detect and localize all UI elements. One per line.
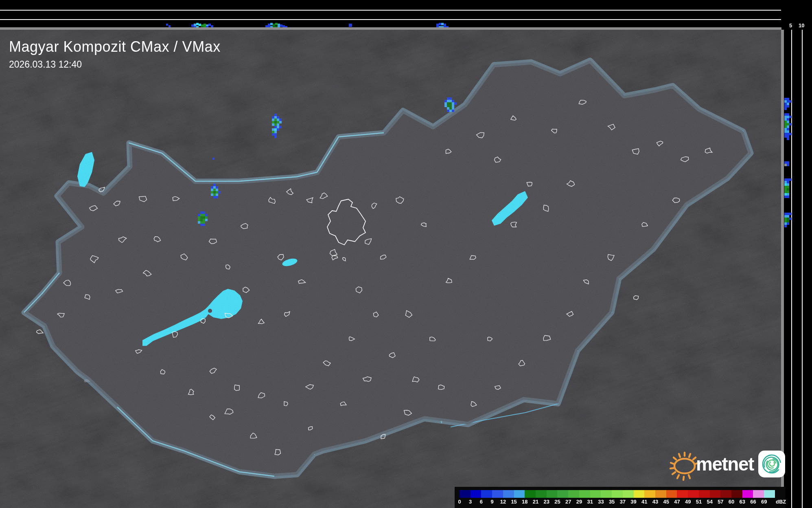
right-echo-cell bbox=[784, 118, 787, 121]
colorbar-swatch bbox=[460, 490, 471, 498]
right-echo-cell bbox=[784, 222, 787, 225]
right-echo-cell bbox=[789, 213, 792, 215]
top-echo-cell bbox=[280, 24, 282, 27]
colorbar-swatch bbox=[514, 490, 525, 498]
top-echo-cell bbox=[196, 23, 199, 25]
right-echo-cell bbox=[789, 178, 792, 181]
colorbar-tick: 25 bbox=[554, 499, 560, 505]
colorbar-swatch bbox=[471, 490, 482, 498]
right-echo-cell bbox=[787, 130, 789, 133]
right-echo-cell bbox=[787, 183, 789, 186]
colorbar-swatch bbox=[742, 490, 753, 498]
right-echo-cell bbox=[787, 100, 789, 103]
right-echo-cell bbox=[789, 116, 792, 118]
right-echo-cell bbox=[787, 181, 789, 183]
right-echo-cell bbox=[784, 105, 787, 108]
colorbar-tick: 23 bbox=[544, 499, 549, 505]
colorbar-swatch bbox=[699, 490, 710, 498]
colorbar-swatch bbox=[677, 490, 688, 498]
right-echo-cell bbox=[787, 133, 789, 135]
right-echo-cell bbox=[784, 225, 787, 227]
right-echo-cell bbox=[787, 103, 789, 105]
right-echo-cell bbox=[787, 125, 789, 128]
right-echo-cell bbox=[784, 108, 787, 110]
right-echo-cell bbox=[784, 215, 787, 218]
right-echo-cell bbox=[787, 213, 789, 215]
top-echo-cell bbox=[436, 24, 439, 26]
right-echo-cell bbox=[787, 98, 789, 100]
colorbar-swatch bbox=[623, 490, 634, 498]
right-echo-cell bbox=[787, 116, 789, 118]
top-echo-cell bbox=[199, 24, 201, 26]
right-echo-cell bbox=[784, 128, 787, 130]
colorbar-swatch bbox=[612, 490, 623, 498]
colorbar-tick: 47 bbox=[674, 499, 680, 505]
colorbar-tick: 45 bbox=[663, 499, 669, 505]
colorbar-tick: 33 bbox=[598, 499, 604, 505]
right-echo-cell bbox=[789, 100, 792, 103]
colorbar-tick: 37 bbox=[620, 499, 626, 505]
colorbar-swatch bbox=[753, 490, 764, 498]
right-echo-cell bbox=[784, 191, 787, 193]
top-echo-cell bbox=[191, 24, 194, 27]
right-echo-cell bbox=[787, 138, 789, 140]
radar-map bbox=[0, 30, 781, 508]
colorbar-swatch bbox=[579, 490, 590, 498]
top-echo-cell bbox=[270, 23, 273, 25]
page-title: Magyar Kompozit CMax / VMax bbox=[9, 38, 221, 55]
right-echo-cell bbox=[787, 121, 789, 123]
right-echo-cell bbox=[784, 196, 787, 198]
top-echo-cell bbox=[439, 23, 441, 25]
colorbar-swatches bbox=[460, 490, 775, 498]
right-echo-cell bbox=[784, 188, 787, 191]
colorbar-tick: 39 bbox=[630, 499, 636, 505]
logo-text: metnet bbox=[696, 453, 754, 475]
right-echo-cell bbox=[787, 161, 789, 164]
right-echo-cell bbox=[787, 164, 789, 166]
right-echo-cell bbox=[787, 186, 789, 188]
right-echo-cell bbox=[784, 181, 787, 183]
right-echo-cell bbox=[784, 130, 787, 133]
colorbar-tick: 35 bbox=[609, 499, 615, 505]
dbz-colorbar: 0369121518212325272931333537394143454749… bbox=[455, 487, 786, 508]
right-echo-cell bbox=[787, 118, 789, 121]
colorbar-tick: 18 bbox=[522, 499, 527, 505]
right-echo-cell bbox=[784, 116, 787, 118]
top-echo-cell bbox=[441, 23, 444, 25]
right-echo-cell bbox=[787, 188, 789, 191]
right-echo-cell bbox=[784, 133, 787, 135]
colorbar-unit: dBZ bbox=[776, 499, 786, 505]
metnet-logo: metnet bbox=[668, 447, 784, 481]
colorbar-swatch bbox=[644, 490, 655, 498]
colorbar-tick: 12 bbox=[500, 499, 506, 505]
colorbar-swatch bbox=[666, 490, 677, 498]
colorbar-swatch bbox=[731, 490, 742, 498]
colorbar-swatch bbox=[590, 490, 601, 498]
top-echo-cell bbox=[444, 24, 446, 26]
right-echo-cell bbox=[784, 218, 787, 220]
right-echo-cell bbox=[784, 125, 787, 128]
colorbar-tick: 15 bbox=[511, 499, 517, 505]
right-echo-cell bbox=[787, 193, 789, 196]
right-echo-cell bbox=[784, 193, 787, 196]
right-echo-cell bbox=[784, 121, 787, 123]
right-echo-cell bbox=[787, 191, 789, 193]
title-block: Magyar Kompozit CMax / VMax 2026.03.13 1… bbox=[9, 38, 221, 70]
colorbar-swatch bbox=[634, 490, 645, 498]
right-echo-cell bbox=[787, 196, 789, 198]
top-echo-cell bbox=[166, 24, 168, 26]
colorbar-tick: 41 bbox=[641, 499, 647, 505]
right-echo-cell bbox=[784, 213, 787, 215]
top-profile-echoes bbox=[0, 0, 781, 30]
colorbar-tick: 9 bbox=[491, 499, 494, 505]
colorbar-tick: 63 bbox=[740, 499, 745, 505]
right-echo-cell bbox=[789, 133, 792, 135]
right-echo-cell bbox=[787, 105, 789, 108]
right-echo-cell bbox=[784, 98, 787, 100]
colorbar-tick: 54 bbox=[707, 499, 712, 505]
colorbar-tick: 21 bbox=[533, 499, 538, 505]
app-spiral-icon bbox=[758, 450, 786, 478]
colorbar-swatch bbox=[568, 490, 579, 498]
right-echo-cell bbox=[784, 161, 787, 164]
colorbar-tick: 60 bbox=[729, 499, 734, 505]
